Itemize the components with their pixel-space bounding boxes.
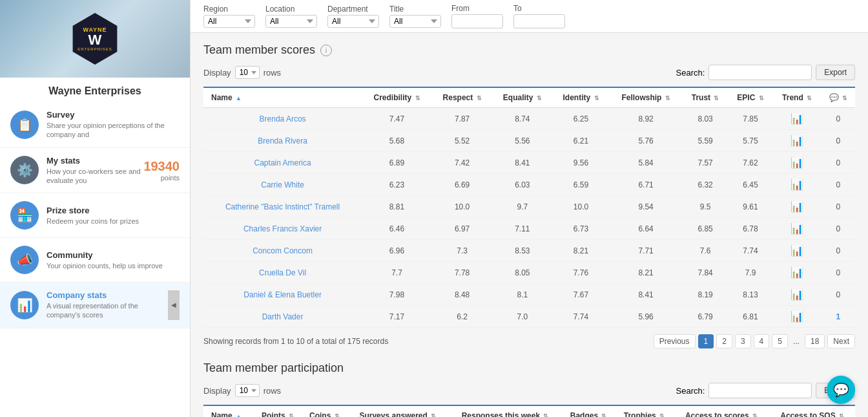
scores-rows-label: rows bbox=[264, 68, 281, 78]
main-content: Region All Location All Department All T… bbox=[191, 0, 868, 417]
equality-cell: 9.7 bbox=[492, 196, 552, 218]
department-select[interactable]: All bbox=[327, 15, 379, 28]
mystats-content: My stats How your co-workers see and eva… bbox=[46, 156, 143, 186]
name-cell: Concom Concom bbox=[203, 240, 362, 262]
trend-val-cell: 1 bbox=[822, 306, 855, 328]
from-input[interactable] bbox=[451, 14, 503, 28]
title-label: Title bbox=[389, 5, 404, 14]
region-select[interactable]: All bbox=[203, 15, 255, 28]
trend-chart-icon[interactable]: 📊 bbox=[790, 157, 803, 168]
col-header-epic: EPIC ⇅ bbox=[728, 87, 772, 108]
identity-cell: 8.21 bbox=[552, 240, 609, 262]
scores-next-button[interactable]: Next bbox=[827, 334, 855, 348]
location-select[interactable]: All bbox=[265, 15, 317, 28]
table-row: Concom Concom 6.96 7.3 8.53 8.21 7.71 7.… bbox=[203, 240, 855, 262]
p-col-responses: Responses this week ⇅ bbox=[448, 405, 562, 417]
name-link[interactable]: Brenda Rivera bbox=[258, 136, 307, 145]
survey-icon: 📋 bbox=[10, 111, 39, 139]
epic-cell: 7.85 bbox=[728, 108, 772, 130]
trend-chart-icon[interactable]: 📊 bbox=[790, 289, 803, 300]
scores-prev-button[interactable]: Previous bbox=[654, 334, 696, 348]
name-link[interactable]: Darth Vader bbox=[262, 312, 304, 321]
mystats-desc: How your co-workers see and evaluate you bbox=[46, 167, 143, 186]
survey-title: Survey bbox=[46, 110, 180, 120]
trend-chart-icon[interactable]: 📊 bbox=[790, 201, 803, 212]
name-link[interactable]: Charles Francis Xavier bbox=[243, 224, 322, 233]
company-name: Wayne Enterprises bbox=[0, 78, 190, 102]
credibility-cell: 7.7 bbox=[362, 262, 432, 284]
sidebar-item-companystats[interactable]: 📊 Company stats A visual representation … bbox=[0, 283, 190, 328]
name-cell: Captain America bbox=[203, 152, 362, 174]
name-link[interactable]: Brenda Arcos bbox=[260, 114, 306, 123]
trend-val-cell: 0 bbox=[822, 108, 855, 130]
trend-chart-icon[interactable]: 📊 bbox=[790, 267, 803, 278]
epic-cell: 5.75 bbox=[728, 130, 772, 152]
scores-page-5[interactable]: 5 bbox=[772, 334, 788, 348]
scores-page-3[interactable]: 3 bbox=[735, 334, 751, 348]
identity-cell: 7.74 bbox=[552, 306, 609, 328]
p-col-coins: Coins ⇅ bbox=[302, 405, 347, 417]
department-filter-group: Department All bbox=[327, 5, 379, 28]
trend-value: 0 bbox=[836, 224, 840, 233]
respect-cell: 6.69 bbox=[432, 174, 492, 196]
team-participation-section-title: Team member participation bbox=[203, 361, 855, 375]
participation-display-rows: Display 10 25 50 rows bbox=[203, 384, 281, 397]
region-filter-group: Region All bbox=[203, 5, 255, 28]
table-row: Catherine "Basic Instinct" Tramell 8.81 … bbox=[203, 196, 855, 218]
to-input[interactable] bbox=[513, 14, 565, 28]
scores-rows-select[interactable]: 10 25 50 bbox=[235, 66, 260, 79]
trust-cell: 8.03 bbox=[683, 108, 728, 130]
trend-chart-icon[interactable]: 📊 bbox=[790, 179, 803, 190]
trend-chart-icon[interactable]: 📊 bbox=[790, 135, 803, 146]
name-link[interactable]: Captain America bbox=[254, 158, 311, 167]
trend-chart-icon[interactable]: 📊 bbox=[790, 223, 803, 234]
identity-cell: 6.59 bbox=[552, 174, 609, 196]
location-label: Location bbox=[265, 5, 294, 14]
scores-page-4[interactable]: 4 bbox=[754, 334, 770, 348]
name-link[interactable]: Concom Concom bbox=[253, 246, 313, 255]
identity-cell: 9.56 bbox=[552, 152, 609, 174]
credibility-cell: 7.17 bbox=[362, 306, 432, 328]
scores-display-rows: Display 10 25 50 rows bbox=[203, 66, 281, 79]
fellowship-cell: 6.64 bbox=[610, 218, 683, 240]
mystats-title: My stats bbox=[46, 156, 143, 166]
table-row: Charles Francis Xavier 6.46 6.97 7.11 6.… bbox=[203, 218, 855, 240]
survey-desc: Share your opinion perceptions of the co… bbox=[46, 121, 180, 140]
name-link[interactable]: Carrie White bbox=[261, 180, 304, 189]
col-header-fellowship: Fellowship ⇅ bbox=[610, 87, 683, 108]
team-scores-info-icon[interactable]: i bbox=[320, 45, 332, 56]
scores-page-1[interactable]: 1 bbox=[698, 334, 714, 348]
sidebar-collapse-toggle[interactable]: ◀ bbox=[168, 290, 180, 320]
credibility-cell: 8.81 bbox=[362, 196, 432, 218]
name-link[interactable]: Daniel & Elena Buetler bbox=[243, 290, 322, 299]
trend-chart-icon[interactable]: 📊 bbox=[790, 245, 803, 256]
scores-export-button[interactable]: Export bbox=[816, 65, 855, 80]
prizestore-title: Prize store bbox=[46, 206, 180, 215]
sidebar-item-community[interactable]: 📣 Community Your opinion counts, help us… bbox=[0, 238, 190, 283]
fellowship-cell: 5.76 bbox=[610, 130, 683, 152]
p-col-access-sos: Access to SOS ⇅ bbox=[769, 405, 855, 417]
title-select[interactable]: All bbox=[389, 15, 441, 28]
sidebar-item-mystats[interactable]: ⚙️ My stats How your co-workers see and … bbox=[0, 148, 190, 194]
participation-rows-select[interactable]: 10 25 50 bbox=[235, 384, 260, 397]
identity-cell: 7.67 bbox=[552, 284, 609, 306]
scores-page-2[interactable]: 2 bbox=[716, 334, 732, 348]
participation-search-label: Search: bbox=[676, 386, 705, 396]
trend-chart-icon[interactable]: 📊 bbox=[790, 113, 803, 124]
sidebar-item-survey[interactable]: 📋 Survey Share your opinion perceptions … bbox=[0, 102, 190, 148]
fellowship-cell: 5.96 bbox=[610, 306, 683, 328]
participation-search-input[interactable] bbox=[708, 383, 812, 398]
scores-pagination: Showing records from 1 to 10 of a total … bbox=[203, 334, 855, 348]
trend-icon-cell: 📊 bbox=[773, 196, 822, 218]
name-link[interactable]: Catherine "Basic Instinct" Tramell bbox=[225, 202, 340, 211]
name-cell: Brenda Rivera bbox=[203, 130, 362, 152]
respect-cell: 5.52 bbox=[432, 130, 492, 152]
sidebar-item-prizestore[interactable]: 🏪 Prize store Redeem your coins for priz… bbox=[0, 193, 190, 238]
scores-page-18[interactable]: 18 bbox=[805, 334, 825, 348]
scores-search-input[interactable] bbox=[708, 65, 812, 80]
equality-cell: 7.11 bbox=[492, 218, 552, 240]
name-link[interactable]: Cruella De Vil bbox=[259, 268, 306, 277]
prizestore-icon: 🏪 bbox=[10, 201, 39, 230]
chat-bubble[interactable]: 💬 bbox=[827, 376, 855, 404]
trend-chart-icon[interactable]: 📊 bbox=[790, 311, 803, 322]
